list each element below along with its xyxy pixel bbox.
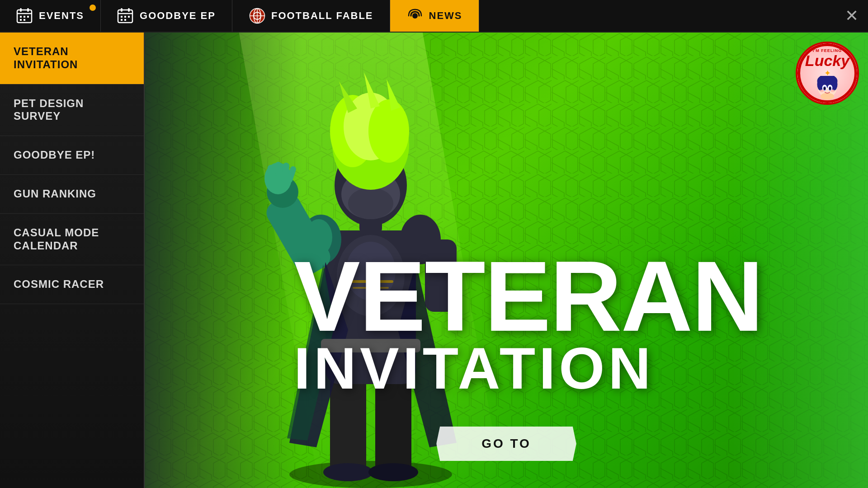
sidebar-item-goodbye-ep[interactable]: GOODBYE EP! — [0, 136, 144, 175]
radio-icon — [406, 7, 424, 24]
close-button[interactable]: ✕ — [835, 0, 868, 32]
nav-item-news[interactable]: NEWS — [390, 0, 479, 32]
svg-rect-17 — [124, 19, 126, 21]
svg-rect-16 — [121, 19, 123, 21]
svg-point-24 — [412, 13, 418, 19]
sidebar-item-label: CASUAL MODE CALENDAR — [14, 226, 99, 252]
sidebar: VETERAN INVITATION PET DESIGN SURVEY GOO… — [0, 33, 145, 488]
nav-goodbye-label: GOODBYE EP — [140, 10, 216, 22]
sidebar-item-pet-design-survey[interactable]: PET DESIGN SURVEY — [0, 84, 144, 136]
veteran-title: VETERAN — [294, 254, 778, 339]
football-icon — [249, 7, 266, 24]
svg-rect-10 — [121, 8, 123, 12]
veteran-text-block: VETERAN INVITATION — [294, 254, 778, 398]
svg-rect-4 — [20, 16, 22, 18]
svg-point-32 — [323, 463, 373, 481]
svg-point-33 — [368, 463, 418, 481]
calendar-icon-2 — [117, 7, 134, 24]
sidebar-item-label: COSMIC RACER — [14, 278, 104, 290]
content-area: VETERAN INVITATION GO TO I'M FEELING Luc… — [145, 33, 868, 488]
sidebar-item-veteran-invitation[interactable]: VETERAN INVITATION — [0, 33, 144, 84]
lucky-badge-ring — [797, 43, 857, 103]
svg-rect-11 — [128, 8, 130, 12]
svg-rect-15 — [128, 16, 130, 18]
sidebar-item-gun-ranking[interactable]: GUN RANKING — [0, 175, 144, 214]
nav-events-label: EVENTS — [39, 10, 84, 22]
svg-rect-14 — [124, 16, 126, 18]
sidebar-item-casual-mode-calendar[interactable]: CASUAL MODE CALENDAR — [0, 214, 144, 266]
lucky-badge-inner: I'M FEELING Lucky ✦ — [797, 43, 857, 103]
svg-rect-1 — [20, 8, 22, 12]
goto-label: GO TO — [481, 436, 531, 450]
sidebar-item-label: GUN RANKING — [14, 188, 96, 200]
svg-rect-7 — [20, 19, 22, 21]
svg-point-51 — [348, 188, 393, 219]
goto-button[interactable]: GO TO — [436, 427, 576, 461]
sidebar-item-label: VETERAN INVITATION — [14, 45, 78, 70]
notification-dot — [90, 5, 96, 11]
svg-rect-8 — [24, 19, 25, 21]
sidebar-item-label: PET DESIGN SURVEY — [14, 97, 84, 122]
calendar-icon — [16, 7, 33, 24]
lucky-badge[interactable]: I'M FEELING Lucky ✦ — [796, 42, 859, 105]
top-navigation: EVENTS GOODBYE EP — [0, 0, 868, 33]
svg-rect-2 — [27, 8, 29, 12]
close-icon: ✕ — [845, 6, 859, 25]
svg-rect-5 — [24, 16, 25, 18]
main-layout: VETERAN INVITATION PET DESIGN SURVEY GOO… — [0, 33, 868, 488]
nav-item-football-fable[interactable]: FOOTBALL FABLE — [232, 0, 390, 32]
svg-point-59 — [368, 99, 409, 163]
svg-rect-13 — [121, 16, 123, 18]
svg-rect-6 — [27, 16, 29, 18]
nav-football-label: FOOTBALL FABLE — [271, 10, 373, 22]
sidebar-item-cosmic-racer[interactable]: COSMIC RACER — [0, 265, 144, 304]
nav-news-label: NEWS — [429, 10, 462, 22]
nav-item-goodbye-ep[interactable]: GOODBYE EP — [101, 0, 232, 32]
nav-item-events[interactable]: EVENTS — [0, 0, 101, 32]
sidebar-item-label: GOODBYE EP! — [14, 149, 95, 161]
